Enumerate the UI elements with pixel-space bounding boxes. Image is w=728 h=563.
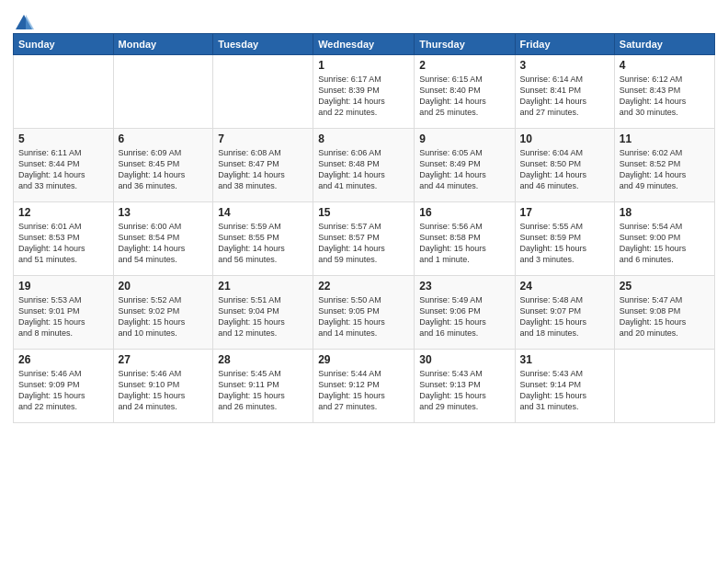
day-number: 18 (620, 206, 710, 219)
day-number: 22 (318, 280, 409, 293)
calendar-week-row: 19Sunrise: 5:53 AM Sunset: 9:01 PM Dayli… (14, 276, 715, 350)
day-number: 1 (318, 59, 409, 72)
calendar-cell: 29Sunrise: 5:44 AM Sunset: 9:12 PM Dayli… (313, 350, 415, 423)
day-number: 30 (419, 353, 509, 366)
day-info: Sunrise: 6:15 AM Sunset: 8:40 PM Dayligh… (419, 74, 509, 119)
weekday-header: Tuesday (213, 34, 313, 55)
calendar-cell: 17Sunrise: 5:55 AM Sunset: 8:59 PM Dayli… (515, 202, 614, 276)
weekday-header: Friday (515, 34, 614, 55)
day-number: 27 (119, 353, 209, 366)
day-number: 16 (419, 206, 509, 219)
calendar-cell (14, 55, 114, 129)
svg-marker-1 (26, 15, 34, 29)
day-info: Sunrise: 6:04 AM Sunset: 8:50 PM Dayligh… (520, 147, 609, 192)
day-number: 5 (18, 132, 108, 145)
calendar-cell: 20Sunrise: 5:52 AM Sunset: 9:02 PM Dayli… (113, 276, 213, 350)
day-number: 7 (218, 132, 308, 145)
day-info: Sunrise: 5:57 AM Sunset: 8:57 PM Dayligh… (318, 221, 409, 266)
header (13, 9, 715, 29)
calendar-cell: 4Sunrise: 6:12 AM Sunset: 8:43 PM Daylig… (614, 55, 714, 129)
calendar-week-row: 12Sunrise: 6:01 AM Sunset: 8:53 PM Dayli… (14, 202, 715, 276)
calendar-cell: 22Sunrise: 5:50 AM Sunset: 9:05 PM Dayli… (313, 276, 415, 350)
day-info: Sunrise: 6:05 AM Sunset: 8:49 PM Dayligh… (419, 147, 509, 192)
day-info: Sunrise: 5:49 AM Sunset: 9:06 PM Dayligh… (419, 294, 509, 339)
day-info: Sunrise: 6:00 AM Sunset: 8:54 PM Dayligh… (119, 221, 209, 266)
calendar-cell: 13Sunrise: 6:00 AM Sunset: 8:54 PM Dayli… (113, 202, 213, 276)
day-info: Sunrise: 5:54 AM Sunset: 9:00 PM Dayligh… (620, 221, 710, 266)
day-number: 10 (520, 132, 609, 145)
day-info: Sunrise: 5:56 AM Sunset: 8:58 PM Dayligh… (419, 221, 509, 266)
day-info: Sunrise: 6:17 AM Sunset: 8:39 PM Dayligh… (318, 74, 409, 119)
weekday-header: Saturday (614, 34, 714, 55)
calendar-cell (213, 55, 313, 129)
calendar-cell: 9Sunrise: 6:05 AM Sunset: 8:49 PM Daylig… (415, 129, 515, 202)
calendar-cell: 11Sunrise: 6:02 AM Sunset: 8:52 PM Dayli… (614, 129, 714, 202)
calendar-cell: 6Sunrise: 6:09 AM Sunset: 8:45 PM Daylig… (113, 129, 213, 202)
day-number: 12 (18, 206, 108, 219)
day-number: 11 (620, 132, 710, 145)
calendar-cell: 10Sunrise: 6:04 AM Sunset: 8:50 PM Dayli… (515, 129, 614, 202)
weekday-header: Monday (113, 34, 213, 55)
day-info: Sunrise: 5:43 AM Sunset: 9:13 PM Dayligh… (419, 368, 509, 413)
calendar-cell: 2Sunrise: 6:15 AM Sunset: 8:40 PM Daylig… (415, 55, 515, 129)
calendar-cell: 30Sunrise: 5:43 AM Sunset: 9:13 PM Dayli… (415, 350, 515, 423)
day-number: 23 (419, 280, 509, 293)
day-info: Sunrise: 5:47 AM Sunset: 9:08 PM Dayligh… (620, 294, 710, 339)
calendar-cell: 5Sunrise: 6:11 AM Sunset: 8:44 PM Daylig… (14, 129, 114, 202)
day-info: Sunrise: 5:51 AM Sunset: 9:04 PM Dayligh… (218, 294, 308, 339)
day-number: 13 (119, 206, 209, 219)
day-number: 3 (520, 59, 609, 72)
calendar-cell: 3Sunrise: 6:14 AM Sunset: 8:41 PM Daylig… (515, 55, 614, 129)
day-info: Sunrise: 6:08 AM Sunset: 8:47 PM Dayligh… (218, 147, 308, 192)
day-info: Sunrise: 5:46 AM Sunset: 9:10 PM Dayligh… (119, 368, 209, 413)
calendar-table: SundayMondayTuesdayWednesdayThursdayFrid… (13, 33, 715, 423)
day-info: Sunrise: 5:53 AM Sunset: 9:01 PM Dayligh… (18, 294, 108, 339)
day-number: 17 (520, 206, 609, 219)
calendar-header-row: SundayMondayTuesdayWednesdayThursdayFrid… (14, 34, 715, 55)
day-number: 21 (218, 280, 308, 293)
calendar-cell: 24Sunrise: 5:48 AM Sunset: 9:07 PM Dayli… (515, 276, 614, 350)
calendar-cell: 16Sunrise: 5:56 AM Sunset: 8:58 PM Dayli… (415, 202, 515, 276)
day-number: 6 (119, 132, 209, 145)
weekday-header: Wednesday (313, 34, 415, 55)
weekday-header: Sunday (14, 34, 114, 55)
day-info: Sunrise: 5:45 AM Sunset: 9:11 PM Dayligh… (218, 368, 308, 413)
day-info: Sunrise: 6:06 AM Sunset: 8:48 PM Dayligh… (318, 147, 409, 192)
day-info: Sunrise: 6:11 AM Sunset: 8:44 PM Dayligh… (18, 147, 108, 192)
calendar-cell: 25Sunrise: 5:47 AM Sunset: 9:08 PM Dayli… (614, 276, 714, 350)
calendar-cell: 23Sunrise: 5:49 AM Sunset: 9:06 PM Dayli… (415, 276, 515, 350)
calendar-cell: 21Sunrise: 5:51 AM Sunset: 9:04 PM Dayli… (213, 276, 313, 350)
day-info: Sunrise: 5:50 AM Sunset: 9:05 PM Dayligh… (318, 294, 409, 339)
day-info: Sunrise: 6:12 AM Sunset: 8:43 PM Dayligh… (620, 74, 710, 119)
calendar-cell: 28Sunrise: 5:45 AM Sunset: 9:11 PM Dayli… (213, 350, 313, 423)
calendar-cell: 18Sunrise: 5:54 AM Sunset: 9:00 PM Dayli… (614, 202, 714, 276)
day-number: 28 (218, 353, 308, 366)
calendar-week-row: 5Sunrise: 6:11 AM Sunset: 8:44 PM Daylig… (14, 129, 715, 202)
day-info: Sunrise: 5:59 AM Sunset: 8:55 PM Dayligh… (218, 221, 308, 266)
day-info: Sunrise: 6:01 AM Sunset: 8:53 PM Dayligh… (18, 221, 108, 266)
logo (13, 13, 34, 29)
calendar-cell (113, 55, 213, 129)
day-number: 14 (218, 206, 308, 219)
day-number: 24 (520, 280, 609, 293)
calendar-cell: 8Sunrise: 6:06 AM Sunset: 8:48 PM Daylig… (313, 129, 415, 202)
day-number: 29 (318, 353, 409, 366)
calendar-cell: 7Sunrise: 6:08 AM Sunset: 8:47 PM Daylig… (213, 129, 313, 202)
weekday-header: Thursday (415, 34, 515, 55)
day-info: Sunrise: 5:55 AM Sunset: 8:59 PM Dayligh… (520, 221, 609, 266)
calendar-cell: 26Sunrise: 5:46 AM Sunset: 9:09 PM Dayli… (14, 350, 114, 423)
day-number: 31 (520, 353, 609, 366)
day-number: 25 (620, 280, 710, 293)
day-number: 26 (18, 353, 108, 366)
day-number: 20 (119, 280, 209, 293)
calendar-cell: 12Sunrise: 6:01 AM Sunset: 8:53 PM Dayli… (14, 202, 114, 276)
logo-icon (14, 13, 34, 33)
calendar-cell: 31Sunrise: 5:43 AM Sunset: 9:14 PM Dayli… (515, 350, 614, 423)
day-number: 19 (18, 280, 108, 293)
day-info: Sunrise: 5:43 AM Sunset: 9:14 PM Dayligh… (520, 368, 609, 413)
calendar-week-row: 1Sunrise: 6:17 AM Sunset: 8:39 PM Daylig… (14, 55, 715, 129)
calendar-cell: 14Sunrise: 5:59 AM Sunset: 8:55 PM Dayli… (213, 202, 313, 276)
day-info: Sunrise: 6:02 AM Sunset: 8:52 PM Dayligh… (620, 147, 710, 192)
day-number: 9 (419, 132, 509, 145)
day-info: Sunrise: 5:52 AM Sunset: 9:02 PM Dayligh… (119, 294, 209, 339)
